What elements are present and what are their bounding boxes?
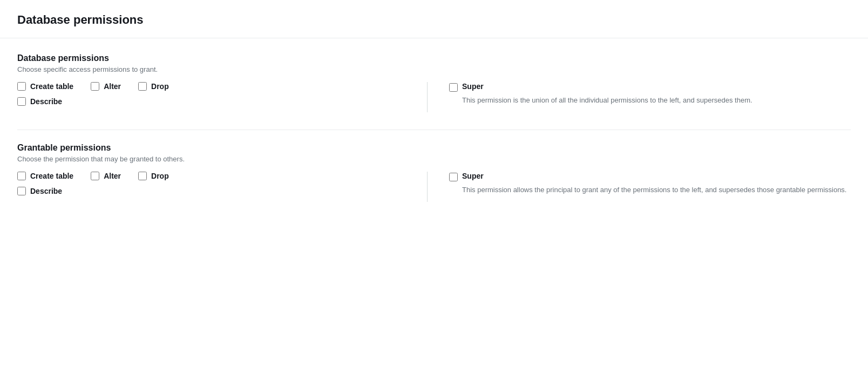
db-super-row: Super This permission is the union of al… (449, 82, 851, 106)
grant-super-description: This permission allows the principal to … (462, 185, 846, 195)
page-content: Database permissions Choose specific acc… (0, 38, 868, 234)
database-checkboxes-row-2: Describe (17, 97, 405, 106)
db-super-description: This permission is the union of all the … (462, 95, 752, 106)
grant-drop-label: Drop (151, 172, 169, 180)
db-drop-item[interactable]: Drop (138, 82, 169, 91)
grantable-permissions-title: Grantable permissions (17, 143, 851, 153)
grant-describe-label: Describe (30, 187, 62, 195)
grant-drop-checkbox[interactable] (138, 172, 147, 180)
database-permissions-title: Database permissions (17, 53, 851, 63)
grantable-permissions-left: Create table Alter Drop (17, 172, 428, 202)
grant-drop-item[interactable]: Drop (138, 172, 169, 180)
grant-alter-label: Alter (104, 172, 121, 180)
database-permissions-layout: Create table Alter Drop (17, 82, 851, 112)
grant-super-checkbox[interactable] (449, 173, 458, 181)
grantable-permissions-layout: Create table Alter Drop (17, 172, 851, 202)
db-create-table-checkbox[interactable] (17, 82, 26, 91)
grant-super-row: Super This permission allows the princip… (449, 172, 851, 195)
db-describe-label: Describe (30, 97, 62, 106)
db-create-table-item[interactable]: Create table (17, 82, 73, 91)
db-create-table-label: Create table (30, 82, 73, 91)
grant-alter-item[interactable]: Alter (91, 172, 121, 180)
grant-describe-item[interactable]: Describe (17, 187, 62, 195)
grant-super-content: Super This permission allows the princip… (462, 172, 846, 195)
db-alter-item[interactable]: Alter (91, 82, 121, 91)
db-describe-item[interactable]: Describe (17, 97, 62, 106)
db-alter-checkbox[interactable] (91, 82, 99, 91)
page-header: Database permissions (0, 0, 868, 38)
database-permissions-right: Super This permission is the union of al… (428, 82, 851, 112)
db-describe-checkbox[interactable] (17, 97, 26, 106)
database-permissions-section: Database permissions Choose specific acc… (17, 53, 851, 112)
grantable-checkboxes-row-2: Describe (17, 187, 405, 195)
section-divider (17, 130, 851, 130)
grantable-permissions-section: Grantable permissions Choose the permiss… (17, 143, 851, 202)
db-super-checkbox[interactable] (449, 83, 458, 92)
grant-super-label[interactable]: Super (462, 172, 846, 180)
db-super-content: Super This permission is the union of al… (462, 82, 752, 106)
db-drop-checkbox[interactable] (138, 82, 147, 91)
db-super-label[interactable]: Super (462, 82, 752, 91)
grantable-checkboxes-row-1: Create table Alter Drop (17, 172, 405, 180)
grantable-permissions-right: Super This permission allows the princip… (428, 172, 851, 202)
grant-alter-checkbox[interactable] (91, 172, 99, 180)
grant-create-table-item[interactable]: Create table (17, 172, 73, 180)
page-title: Database permissions (17, 13, 851, 27)
database-checkboxes-row-1: Create table Alter Drop (17, 82, 405, 91)
grantable-permissions-description: Choose the permission that may be grante… (17, 155, 851, 163)
db-alter-label: Alter (104, 82, 121, 91)
page-container: Database permissions Database permission… (0, 0, 868, 380)
grant-create-table-label: Create table (30, 172, 73, 180)
grant-describe-checkbox[interactable] (17, 187, 26, 195)
database-permissions-description: Choose specific access permissions to gr… (17, 65, 851, 73)
grant-create-table-checkbox[interactable] (17, 172, 26, 180)
database-permissions-left: Create table Alter Drop (17, 82, 428, 112)
db-drop-label: Drop (151, 82, 169, 91)
